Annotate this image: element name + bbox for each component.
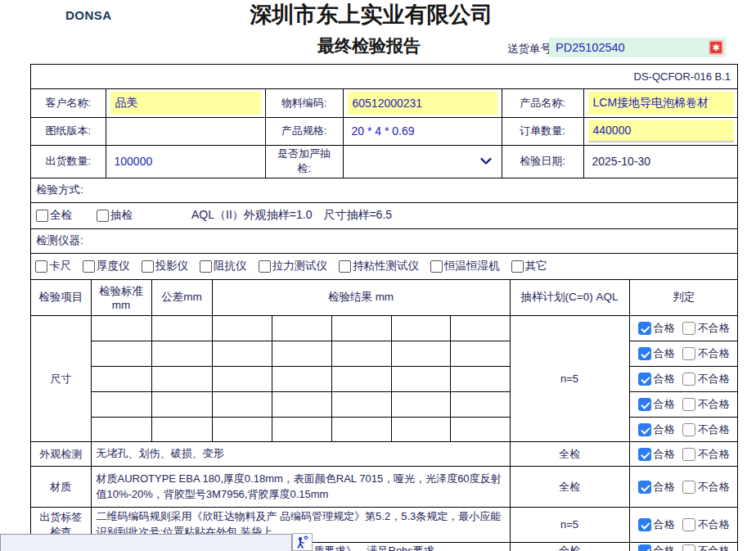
person-cursor-icon	[295, 535, 309, 549]
pass-checkbox[interactable]	[638, 518, 651, 531]
product-name-field[interactable]: LCM接地导电泡棉卷材	[583, 89, 738, 117]
pass-checkbox[interactable]	[638, 347, 651, 360]
adhesion-tester-checkbox[interactable]	[339, 260, 351, 273]
fail-checkbox[interactable]	[682, 544, 695, 551]
result-cell[interactable]	[391, 367, 450, 392]
result-cell[interactable]	[391, 341, 450, 367]
fail-checkbox[interactable]	[682, 518, 695, 531]
dimension-row: 合格不合格	[31, 341, 738, 367]
standard-cell[interactable]	[91, 392, 151, 418]
instrument-option-thickness-gauge[interactable]: 厚度仪	[83, 259, 130, 273]
tolerance-cell[interactable]	[151, 367, 212, 392]
fail-checkbox[interactable]	[682, 448, 695, 461]
header-verdict: 判定	[629, 280, 738, 316]
inspection-date-field: 2025-10-30	[583, 145, 738, 178]
fail-checkbox[interactable]	[682, 347, 695, 360]
result-cell[interactable]	[272, 316, 331, 341]
tolerance-cell[interactable]	[151, 341, 212, 367]
customer-field[interactable]: 品美	[106, 89, 265, 117]
result-cell[interactable]	[331, 392, 391, 418]
full-inspection-checkbox[interactable]	[36, 210, 48, 222]
fail-checkbox[interactable]	[682, 423, 695, 436]
verdict-cell: 合格不合格	[629, 508, 738, 543]
dimension-row: 合格不合格	[31, 392, 738, 418]
result-cell[interactable]	[391, 418, 450, 442]
instrument-option-climate-chamber[interactable]: 恒温恒湿机	[430, 259, 500, 273]
thickness-gauge-checkbox[interactable]	[83, 260, 95, 273]
impedance-label: 阻抗仪	[214, 259, 247, 273]
tooltip-overlay	[0, 534, 292, 551]
result-cell[interactable]	[272, 392, 331, 418]
instrument-option-other[interactable]: 其它	[511, 259, 547, 273]
result-cell[interactable]	[272, 341, 331, 367]
result-cell[interactable]	[212, 392, 272, 418]
full-inspection-option[interactable]: 全检	[36, 208, 72, 223]
drawing-version-value	[106, 124, 115, 138]
instrument-option-projector[interactable]: 投影仪	[142, 259, 189, 273]
pass-checkbox[interactable]	[638, 481, 651, 494]
result-cell[interactable]	[331, 341, 391, 367]
standard-cell[interactable]	[91, 367, 151, 392]
tolerance-cell[interactable]	[151, 418, 212, 442]
fail-checkbox[interactable]	[682, 322, 695, 335]
delivery-no-input[interactable]: PD25102540 ✱	[549, 38, 726, 57]
result-cell[interactable]	[450, 418, 510, 442]
standard-cell[interactable]	[91, 418, 151, 442]
result-cell[interactable]	[212, 367, 272, 392]
fail-checkbox[interactable]	[682, 481, 695, 494]
result-cell[interactable]	[272, 418, 331, 442]
shipping-label-plan: n=5	[510, 508, 629, 543]
ship-qty-value: 100000	[106, 155, 153, 168]
result-cell[interactable]	[450, 316, 510, 341]
fail-label: 不合格	[698, 346, 730, 361]
instrument-option-impedance[interactable]: 阻抗仪	[200, 259, 247, 273]
fail-label: 不合格	[698, 480, 730, 495]
order-qty-field[interactable]: 440000	[583, 117, 738, 145]
instrument-option-tensile-tester[interactable]: 拉力测试仪	[259, 259, 328, 273]
customer-value: 品美	[110, 92, 261, 115]
result-cell[interactable]	[391, 392, 450, 418]
result-cell[interactable]	[450, 367, 510, 392]
fail-checkbox[interactable]	[682, 373, 695, 386]
result-cell[interactable]	[450, 341, 510, 367]
caliper-checkbox[interactable]	[35, 260, 47, 273]
clear-field-icon[interactable]: ✱	[709, 40, 723, 55]
result-cell[interactable]	[331, 418, 391, 442]
result-cell[interactable]	[331, 367, 391, 392]
result-cell[interactable]	[272, 367, 331, 392]
fail-label: 不合格	[698, 447, 730, 462]
pass-checkbox[interactable]	[638, 398, 651, 411]
verdict-cell: 合格不合格	[629, 418, 738, 442]
standard-cell[interactable]	[91, 316, 151, 341]
pass-checkbox[interactable]	[638, 322, 651, 335]
other-label: 其它	[525, 259, 547, 273]
instrument-option-caliper[interactable]: 卡尺	[35, 259, 71, 273]
delivery-no-value: PD25102540	[556, 38, 625, 57]
strict-sampling-dropdown[interactable]	[343, 145, 502, 178]
pass-checkbox[interactable]	[638, 423, 651, 436]
result-cell[interactable]	[331, 316, 391, 341]
tolerance-cell[interactable]	[151, 316, 212, 341]
other-checkbox[interactable]	[511, 260, 524, 273]
climate-chamber-checkbox[interactable]	[430, 260, 443, 273]
standard-cell[interactable]	[91, 341, 151, 367]
pass-label: 合格	[654, 544, 675, 551]
result-cell[interactable]	[450, 392, 510, 418]
projector-checkbox[interactable]	[142, 260, 154, 273]
result-cell[interactable]	[391, 316, 450, 341]
material-code-field[interactable]: 60512000231	[343, 89, 502, 117]
sampling-inspection-option[interactable]: 抽检	[97, 208, 133, 223]
pass-checkbox[interactable]	[638, 448, 651, 461]
fail-checkbox[interactable]	[682, 398, 695, 411]
result-cell[interactable]	[212, 341, 272, 367]
tolerance-cell[interactable]	[151, 392, 212, 418]
result-cell[interactable]	[212, 418, 272, 442]
instrument-option-adhesion-tester[interactable]: 持粘性测试仪	[339, 259, 419, 273]
result-cell[interactable]	[212, 316, 272, 341]
sampling-inspection-checkbox[interactable]	[97, 210, 109, 222]
pass-checkbox[interactable]	[638, 544, 651, 551]
impedance-checkbox[interactable]	[200, 260, 212, 273]
pass-label: 合格	[654, 447, 675, 462]
tensile-tester-checkbox[interactable]	[259, 260, 271, 273]
pass-checkbox[interactable]	[638, 373, 651, 386]
